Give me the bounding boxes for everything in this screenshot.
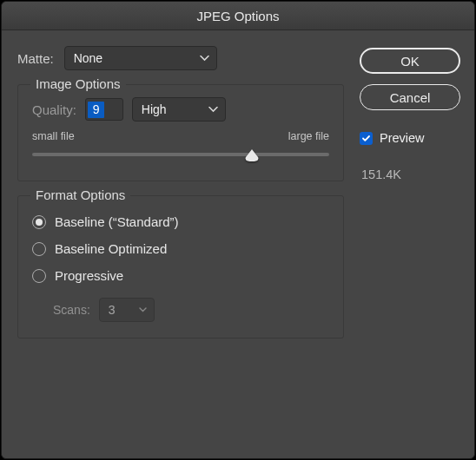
quality-input[interactable]: 9	[85, 98, 123, 121]
chevron-down-icon	[139, 307, 147, 312]
chevron-down-icon	[208, 107, 218, 113]
radio-label: Progressive	[55, 268, 123, 283]
filesize-text: 151.4K	[360, 168, 460, 181]
cancel-label: Cancel	[390, 90, 431, 105]
chevron-down-icon	[200, 56, 209, 62]
radio-label: Baseline Optimized	[55, 241, 167, 256]
scans-label: Scans:	[53, 303, 90, 317]
image-options-fieldset: Image Options Quality: 9 High s	[17, 84, 344, 181]
right-panel: OK Cancel Preview 151.4K	[360, 46, 460, 444]
scans-dropdown: 3	[99, 298, 155, 322]
cancel-button[interactable]: Cancel	[360, 84, 460, 110]
slider-thumb[interactable]	[245, 149, 259, 161]
image-options-legend: Image Options	[30, 76, 126, 91]
slider-labels: small file large file	[32, 130, 329, 142]
format-options-legend: Format Options	[30, 187, 130, 202]
title: JPEG Options	[196, 9, 279, 23]
preview-checkbox[interactable]	[360, 132, 373, 145]
quality-slider[interactable]	[32, 148, 329, 167]
quality-label: Quality:	[32, 102, 76, 117]
left-panel: Matte: None Image Options Quality: 9 H	[17, 46, 344, 444]
radio-baseline-optimized[interactable]: Baseline Optimized	[32, 235, 329, 262]
format-options-fieldset: Format Options Baseline (“Standard”) Bas…	[17, 195, 344, 338]
matte-dropdown[interactable]: None	[64, 46, 217, 70]
radio-icon	[32, 242, 46, 256]
jpeg-options-dialog: JPEG Options Matte: None Image Options Q…	[1, 1, 475, 459]
scans-value: 3	[109, 303, 116, 317]
scans-row: Scans: 3	[32, 289, 329, 322]
radio-icon	[32, 215, 46, 229]
matte-row: Matte: None	[17, 46, 344, 70]
quality-slider-wrap: small file large file	[32, 130, 329, 167]
slider-label-left: small file	[32, 130, 75, 142]
preview-check-row[interactable]: Preview	[360, 131, 460, 145]
ok-button[interactable]: OK	[360, 48, 460, 74]
quality-preset-dropdown[interactable]: High	[132, 97, 226, 122]
quality-row: Quality: 9 High	[32, 97, 329, 122]
quality-value: 9	[88, 102, 104, 118]
slider-track	[32, 153, 329, 156]
radio-progressive[interactable]: Progressive	[32, 262, 329, 289]
check-icon	[361, 134, 371, 143]
matte-label: Matte:	[17, 51, 54, 66]
preview-label: Preview	[380, 131, 425, 145]
radio-label: Baseline (“Standard”)	[55, 214, 179, 229]
radio-baseline-standard[interactable]: Baseline (“Standard”)	[32, 208, 329, 235]
dialog-body: Matte: None Image Options Quality: 9 H	[2, 30, 474, 458]
titlebar: JPEG Options	[2, 2, 474, 30]
slider-label-right: large file	[288, 130, 329, 142]
ok-label: OK	[400, 54, 420, 69]
radio-icon	[32, 269, 46, 283]
matte-value: None	[74, 51, 102, 65]
quality-preset-value: High	[142, 102, 167, 116]
